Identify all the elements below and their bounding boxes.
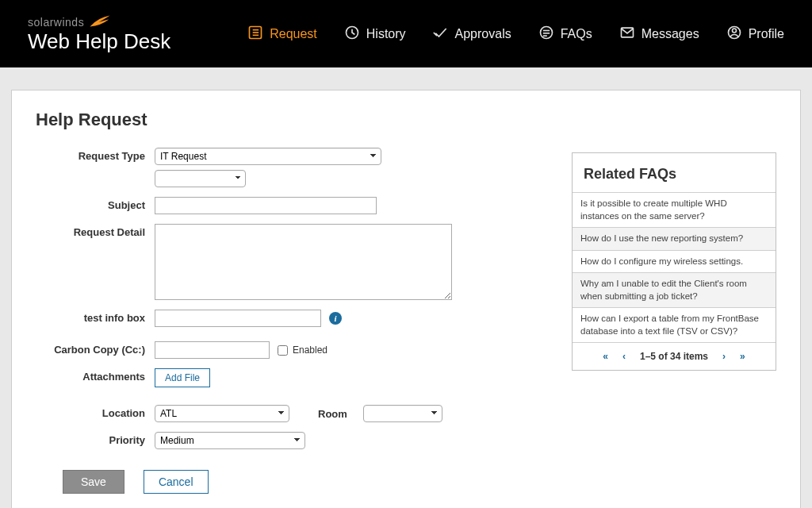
label-room: Room	[297, 408, 355, 420]
faq-item[interactable]: How do I use the new reporting system?	[573, 228, 776, 251]
save-button[interactable]: Save	[63, 470, 124, 494]
svg-point-11	[732, 29, 736, 33]
pager-next-icon[interactable]: ›	[722, 351, 726, 362]
nav-faqs[interactable]: FAQs	[538, 25, 592, 44]
nav-label: Profile	[749, 27, 784, 41]
label-request-detail: Request Detail	[36, 224, 155, 238]
action-row: Save Cancel	[63, 470, 537, 494]
form-area: Help Request Request Type IT Request Sub…	[36, 110, 537, 494]
test-info-box-input[interactable]	[155, 310, 321, 327]
list-icon	[247, 25, 263, 44]
app-header: solarwinds Web Help Desk Request History…	[0, 0, 812, 67]
nav-label: Approvals	[455, 27, 511, 41]
pager-first-icon[interactable]: «	[603, 351, 608, 362]
nav-profile[interactable]: Profile	[726, 25, 784, 44]
nav-label: FAQs	[561, 27, 592, 41]
label-cc: Carbon Copy (Cc:)	[36, 341, 155, 356]
pager-status: 1–5 of 34 items	[640, 351, 708, 362]
cc-enabled-label: Enabled	[293, 344, 327, 356]
nav-approvals[interactable]: Approvals	[433, 25, 511, 44]
add-file-button[interactable]: Add File	[155, 368, 210, 387]
label-test-info-box: test info box	[36, 310, 155, 324]
label-priority: Priority	[36, 432, 155, 446]
nav-request[interactable]: Request	[247, 25, 317, 44]
label-attachments: Attachments	[36, 368, 155, 383]
faq-item[interactable]: How do I configure my wireless settings.	[573, 251, 776, 274]
faq-item[interactable]: Why am I unable to edit the Client's roo…	[573, 273, 776, 308]
logo: solarwinds Web Help Desk	[28, 13, 170, 54]
clock-icon	[344, 25, 360, 44]
cancel-button[interactable]: Cancel	[144, 470, 209, 494]
faq-icon	[538, 25, 554, 44]
page-title: Help Request	[36, 110, 537, 130]
room-select[interactable]	[363, 405, 442, 422]
nav-label: Messages	[642, 27, 699, 41]
top-nav: Request History Approvals FAQs Messages …	[247, 25, 784, 44]
faq-list: Is it possible to create multiple WHD in…	[573, 192, 776, 343]
info-icon[interactable]: i	[329, 312, 342, 325]
location-select[interactable]: ATL	[155, 405, 289, 422]
app-title: Web Help Desk	[28, 29, 170, 54]
label-location: Location	[36, 405, 155, 419]
nav-history[interactable]: History	[344, 25, 406, 44]
envelope-icon	[619, 25, 635, 44]
check-icon	[433, 25, 449, 44]
faq-item[interactable]: How can I export a table from my FrontBa…	[573, 308, 776, 343]
request-type-select[interactable]: IT Request	[155, 148, 381, 165]
cc-enabled-wrapper[interactable]: Enabled	[278, 344, 327, 356]
request-subtype-select[interactable]	[155, 170, 246, 187]
page-container: Help Request Request Type IT Request Sub…	[11, 90, 801, 508]
request-detail-textarea[interactable]	[155, 224, 452, 300]
label-request-type: Request Type	[36, 148, 155, 162]
solarwinds-logo-icon	[89, 13, 111, 31]
priority-select[interactable]: Medium	[155, 432, 305, 449]
nav-messages[interactable]: Messages	[619, 25, 699, 44]
user-icon	[726, 25, 742, 44]
related-faqs-panel: Related FAQs Is it possible to create mu…	[572, 152, 776, 371]
faq-panel-title: Related FAQs	[573, 153, 776, 192]
faq-pager: « ‹ 1–5 of 34 items › »	[573, 343, 776, 370]
faq-item[interactable]: Is it possible to create multiple WHD in…	[573, 193, 776, 228]
cc-input[interactable]	[155, 341, 270, 359]
cc-enabled-checkbox[interactable]	[278, 345, 288, 356]
pager-last-icon[interactable]: »	[740, 351, 745, 362]
nav-label: History	[366, 27, 406, 41]
pager-prev-icon[interactable]: ‹	[622, 351, 626, 362]
brand-text: solarwinds	[28, 16, 84, 29]
subject-input[interactable]	[155, 197, 377, 214]
label-subject: Subject	[36, 197, 155, 211]
nav-label: Request	[270, 27, 317, 41]
